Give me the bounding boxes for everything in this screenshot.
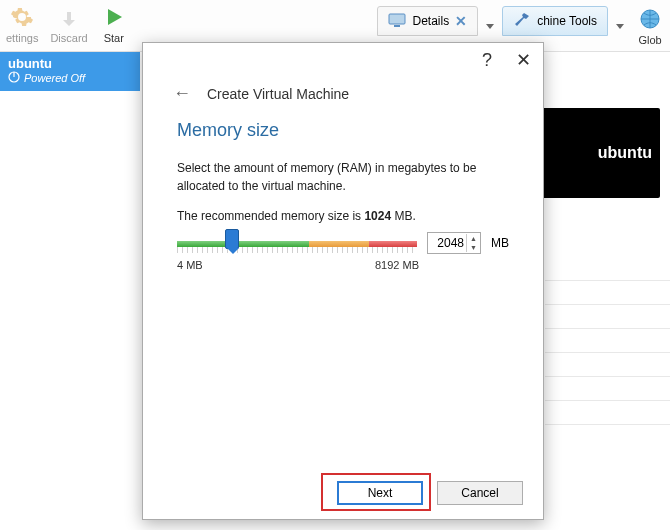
vm-preview-panel: ubuntu bbox=[540, 108, 670, 198]
slider-min-label: 4 MB bbox=[177, 259, 203, 271]
detail-rows-bg bbox=[545, 280, 670, 448]
vm-name: ubuntu bbox=[8, 56, 132, 71]
dialog-title: Create Virtual Machine bbox=[207, 86, 349, 102]
discard-button[interactable]: Discard bbox=[44, 2, 93, 46]
details-label: Details bbox=[412, 14, 449, 28]
power-icon bbox=[8, 71, 20, 85]
monitor-icon bbox=[388, 13, 406, 30]
start-label: Star bbox=[104, 32, 124, 44]
svg-rect-1 bbox=[394, 25, 400, 27]
settings-button[interactable]: ettings bbox=[0, 2, 44, 46]
discard-label: Discard bbox=[50, 32, 87, 44]
next-button[interactable]: Next bbox=[337, 481, 423, 505]
dialog-description: Select the amount of memory (RAM) in meg… bbox=[177, 159, 509, 195]
spin-down-icon[interactable]: ▼ bbox=[467, 243, 480, 252]
machine-tools-label: chine Tools bbox=[537, 14, 597, 28]
vm-thumbnail: ubuntu bbox=[540, 108, 660, 198]
slider-thumb[interactable] bbox=[225, 229, 239, 249]
recommended-text: The recommended memory size is 1024 MB. bbox=[177, 209, 509, 223]
discard-icon bbox=[56, 4, 82, 30]
close-details-icon[interactable]: ✕ bbox=[455, 13, 467, 29]
details-tab[interactable]: Details ✕ bbox=[377, 6, 478, 36]
hammer-icon bbox=[513, 11, 531, 32]
section-title: Memory size bbox=[177, 120, 509, 141]
create-vm-dialog: ? ✕ ← Create Virtual Machine Memory size… bbox=[142, 42, 544, 520]
machine-tools-tab[interactable]: chine Tools bbox=[502, 6, 608, 36]
globe-icon bbox=[637, 6, 663, 32]
svg-rect-0 bbox=[389, 14, 405, 24]
play-icon bbox=[101, 4, 127, 30]
close-icon[interactable]: ✕ bbox=[516, 49, 531, 71]
global-tools-button[interactable]: Glob bbox=[630, 2, 670, 51]
memory-slider[interactable] bbox=[177, 231, 417, 255]
vm-state: Powered Off bbox=[8, 71, 132, 85]
spin-up-icon[interactable]: ▲ bbox=[467, 234, 480, 243]
vm-item-ubuntu[interactable]: ubuntu Powered Off bbox=[0, 52, 140, 91]
machine-tools-dropdown[interactable] bbox=[610, 2, 630, 51]
settings-label: ettings bbox=[6, 32, 38, 44]
memory-input[interactable] bbox=[428, 236, 466, 250]
cancel-button[interactable]: Cancel bbox=[437, 481, 523, 505]
unit-label: MB bbox=[491, 236, 509, 250]
memory-spinbox[interactable]: ▲ ▼ bbox=[427, 232, 481, 254]
gear-icon bbox=[9, 4, 35, 30]
start-button[interactable]: Star bbox=[94, 2, 134, 46]
slider-max-label: 8192 MB bbox=[375, 259, 419, 271]
vm-list: ubuntu Powered Off bbox=[0, 52, 140, 91]
global-label: Glob bbox=[638, 34, 661, 46]
back-icon[interactable]: ← bbox=[173, 83, 191, 104]
help-icon[interactable]: ? bbox=[482, 50, 492, 71]
